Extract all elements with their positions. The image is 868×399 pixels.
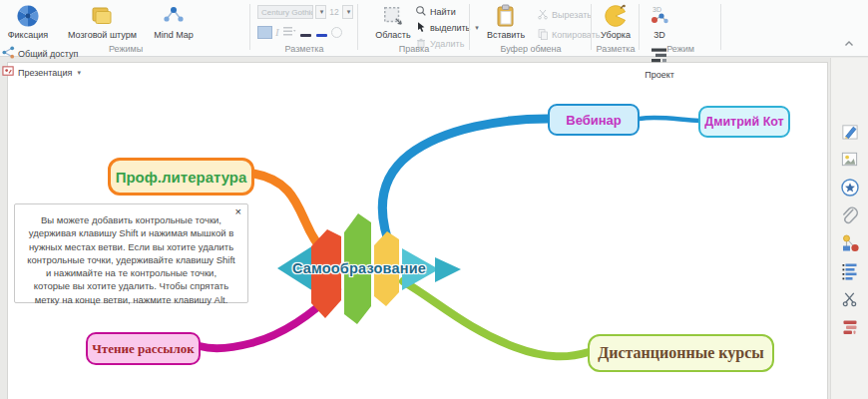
node-courses[interactable]: Дистанционные курсы [588,334,774,372]
ribbon-group-layout2: Уборка Разметка [593,0,639,57]
branch-dmitry[interactable] [640,118,699,121]
node-webinar[interactable]: Вебинар [548,104,640,136]
clipboard-icon [495,3,517,29]
cursor-icon [415,21,427,35]
find-label: Найти [430,7,456,17]
hint-text: Вы можете добавить контрольные точки, уд… [27,214,234,305]
copy-icon [537,28,549,42]
chevron-down-icon: ▾ [77,69,81,77]
underline-dark-button[interactable] [299,26,312,39]
group-label-clipboard: Буфер обмена [471,44,591,54]
presentation-button[interactable]: Презентация ▾ [2,65,81,80]
threed-label: 3D [653,30,665,40]
central-topic-label[interactable]: Самообразование [279,260,439,276]
threed-icon: 3D [648,3,671,29]
font-name-input[interactable]: Century Gothic [257,5,313,19]
presentation-label: Презентация [18,68,72,78]
fixation-label: Фиксация [8,30,48,40]
aperture-icon [16,3,40,29]
search-icon [415,5,427,19]
area-button[interactable]: Область [373,0,413,40]
font-size-dropdown[interactable]: ▾ [342,5,353,19]
ribbon-group-modes: Фиксация Мозговой штурм Mind Map [2,0,249,57]
hint-tooltip: × Вы можете добавить контрольные точки, … [14,203,248,303]
node-dmitry-kot[interactable]: Дмитрий Кот [698,106,790,138]
group-label-modes: Режимы [2,44,249,54]
group-label-edit: Правка [359,44,469,54]
underline-blue-bar [316,34,327,37]
project-label: Проект [645,70,674,80]
list-format-button[interactable] [282,23,296,41]
chevron-down-icon: ▾ [347,8,351,16]
paste-button[interactable]: Вставить [481,0,531,40]
svg-text:3D: 3D [652,6,661,13]
fill-color-swatch[interactable] [257,26,272,39]
threed-button[interactable]: 3D 3D [641,0,678,40]
ribbon-group-edit: Область Найти выделить ▾ [359,0,469,57]
presentation-icon [2,65,15,80]
mindmap-label: Mind Map [154,30,194,40]
group-label-mode: Режим [641,44,720,54]
scissors-icon [537,8,549,22]
cleanup-label: Уборка [601,30,631,40]
mindmap-button[interactable]: Mind Map [151,0,197,40]
font-size-value[interactable]: 12 [328,7,340,17]
brainstorm-label: Мозговой штурм [68,30,137,40]
underline-dark-bar [300,34,311,37]
chevron-up-icon [844,40,854,47]
brainstorm-button[interactable]: Мозговой штурм [58,0,146,40]
mindmap-icon [162,3,186,29]
ribbon-group-mode: 3D 3D Проект Режим [641,0,720,57]
underline-blue-button[interactable] [315,26,328,39]
group-label-layout: Разметка [251,44,357,54]
ribbon-separator [249,4,250,50]
node-literature[interactable]: Проф.литература [108,158,254,196]
ribbon-separator [469,4,470,50]
ribbon-separator [639,4,640,50]
cut-label: Вырезать [552,10,592,20]
cleanup-icon [604,3,628,29]
disabled-circle-icon [331,27,342,38]
ribbon-group-font: Century Gothic ▾ 12 ▾ I [251,0,357,57]
ribbon-separator [591,4,592,50]
branch-courses[interactable] [403,281,589,356]
ribbon-separator [720,4,721,50]
chevron-down-icon: ▾ [320,8,324,16]
ribbon: Фиксация Мозговой штурм Mind Map [0,0,868,57]
paste-label: Вставить [487,30,525,40]
select-label: выделить [430,23,470,33]
fixation-button[interactable]: Фиксация [2,0,54,40]
ribbon-separator [357,4,358,50]
font-name-dropdown[interactable]: ▾ [315,5,326,19]
branch-webinar[interactable] [382,119,548,251]
group-label-layout2: Разметка [593,44,639,54]
italic-button[interactable]: I [275,26,279,38]
folders-icon [90,3,114,29]
node-newsletters[interactable]: Чтение рассылок [86,332,201,365]
ribbon-collapse-button[interactable] [842,38,856,48]
area-label: Область [375,30,410,40]
ribbon-group-clipboard: Вставить Вырезать [471,0,591,57]
cleanup-button[interactable]: Уборка [594,0,638,40]
selection-area-icon [382,3,404,29]
close-icon[interactable]: × [235,206,241,217]
